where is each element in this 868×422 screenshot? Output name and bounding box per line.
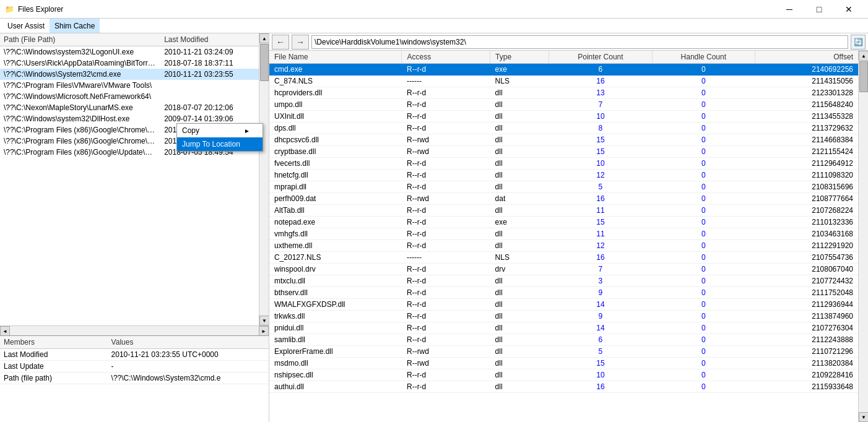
member-name-cell: Last Modified bbox=[0, 349, 108, 361]
right-table-row[interactable]: UXInit.dll R--r-d dll 10 0 2113455328 bbox=[269, 111, 858, 123]
left-cell-path: \??\C:\Nexon\MapleStory\LunarMS.exe bbox=[0, 102, 160, 113]
right-cell-type: dll bbox=[490, 322, 549, 334]
col-header-type[interactable]: Type bbox=[490, 51, 549, 64]
right-table-row[interactable]: nshipsec.dll R--r-d dll 10 0 2109228416 bbox=[269, 369, 858, 381]
right-table-row[interactable]: WMALFXGFXDSP.dll R--r-d dll 14 0 2112936… bbox=[269, 299, 858, 311]
close-button[interactable]: ✕ bbox=[835, 0, 863, 19]
left-table-row[interactable]: \??\C:\Windows\System32\cmd.exe 2010-11-… bbox=[0, 69, 259, 80]
right-table-row[interactable]: authui.dll R--r-d dll 16 0 2115933648 bbox=[269, 381, 858, 393]
right-cell-offset: 2110132336 bbox=[755, 217, 858, 228]
right-cell-pointer: 11 bbox=[549, 205, 652, 217]
right-vscroll[interactable]: ▲ ▼ bbox=[858, 51, 868, 422]
forward-button[interactable]: → bbox=[292, 35, 309, 50]
right-table-row[interactable]: fvecerts.dll R--r-d dll 10 0 2112964912 bbox=[269, 158, 858, 170]
col-header-access[interactable]: Access bbox=[402, 51, 490, 64]
left-cell-path: \??\C:\Windows\system32\LogonUI.exe bbox=[0, 46, 160, 58]
right-cell-handle: 0 bbox=[652, 381, 755, 393]
left-cell-path: \??\C:\Windows\Microsoft.Net\Framework64… bbox=[0, 91, 160, 102]
right-table-row[interactable]: uxtheme.dll R--r-d dll 12 0 2112291920 bbox=[269, 240, 858, 252]
refresh-button[interactable]: 🔄 bbox=[851, 35, 866, 50]
right-cell-handle: 0 bbox=[652, 64, 755, 75]
right-cell-type: NLS bbox=[490, 252, 549, 264]
right-cell-filename: mprapi.dll bbox=[269, 181, 402, 193]
col-header-path[interactable]: Path (File Path) bbox=[0, 33, 160, 46]
right-table-row[interactable]: dps.dll R--r-d dll 8 0 2113729632 bbox=[269, 123, 858, 134]
left-vscroll[interactable]: ▲ ▼ bbox=[259, 33, 269, 325]
right-table-row[interactable]: winspool.drv R--r-d drv 7 0 2108067040 bbox=[269, 264, 858, 275]
right-table-row[interactable]: pnidui.dll R--r-d dll 14 0 2107276304 bbox=[269, 322, 858, 334]
col-header-offset[interactable]: Offset bbox=[755, 51, 858, 64]
right-table-row[interactable]: bthserv.dll R--r-d dll 9 0 2111752048 bbox=[269, 287, 858, 299]
right-cell-access: R--rwd bbox=[402, 346, 490, 358]
right-table-row[interactable]: hcproviders.dll R--r-d dll 13 0 21233013… bbox=[269, 87, 858, 99]
col-header-handle[interactable]: Handle Count bbox=[652, 51, 755, 64]
right-cell-handle: 0 bbox=[652, 358, 755, 369]
right-cell-handle: 0 bbox=[652, 322, 755, 334]
right-table-row[interactable]: hnetcfg.dll R--r-d dll 12 0 2111098320 bbox=[269, 170, 858, 181]
right-table-row[interactable]: mprapi.dll R--r-d dll 5 0 2108315696 bbox=[269, 181, 858, 193]
right-table-row[interactable]: ExplorerFrame.dll R--rwd dll 5 0 2110721… bbox=[269, 346, 858, 358]
maximize-button[interactable]: □ bbox=[805, 0, 833, 19]
refresh-icon: 🔄 bbox=[854, 38, 863, 46]
right-cell-handle: 0 bbox=[652, 369, 755, 381]
right-table-row[interactable]: samlib.dll R--r-d dll 6 0 2112243888 bbox=[269, 334, 858, 346]
right-cell-type: dat bbox=[490, 193, 549, 205]
right-table-row[interactable]: dhcpcsvc6.dll R--rwd dll 15 0 2114668384 bbox=[269, 134, 858, 146]
right-table-row[interactable]: C_874.NLS ------ NLS 16 0 2114315056 bbox=[269, 75, 858, 87]
right-table-row[interactable]: C_20127.NLS ------ NLS 16 0 2107554736 bbox=[269, 252, 858, 264]
address-input[interactable] bbox=[311, 35, 848, 49]
vscroll-up-arrow[interactable]: ▲ bbox=[259, 33, 269, 43]
col-header-pointer[interactable]: Pointer Count bbox=[549, 51, 652, 64]
right-table-row[interactable]: mtxclu.dll R--r-d dll 3 0 2107724432 bbox=[269, 275, 858, 287]
left-table-container: Path (File Path) Last Modified \??\C:\Wi… bbox=[0, 33, 269, 325]
right-cell-type: dll bbox=[490, 334, 549, 346]
right-table-row[interactable]: perfh009.dat R--rwd dat 16 0 2108777664 bbox=[269, 193, 858, 205]
vscroll-down-arrow[interactable]: ▼ bbox=[259, 316, 269, 325]
right-cell-type: dll bbox=[490, 240, 549, 252]
right-cell-pointer: 12 bbox=[549, 170, 652, 181]
hscroll-right-arrow[interactable]: ► bbox=[259, 326, 269, 336]
left-table-row[interactable]: \??\C:\Nexon\MapleStory\LunarMS.exe 2018… bbox=[0, 102, 259, 113]
minimize-button[interactable]: ─ bbox=[775, 0, 804, 19]
menu-shim-cache[interactable]: Shim Cache bbox=[50, 19, 100, 33]
right-table-row[interactable]: msdmo.dll R--rwd dll 15 0 2113820384 bbox=[269, 358, 858, 369]
right-cell-filename: perfh009.dat bbox=[269, 193, 402, 205]
hscroll-track[interactable] bbox=[10, 326, 259, 335]
left-hscroll[interactable]: ◄ ► bbox=[0, 325, 269, 335]
right-table-row[interactable]: vmhgfs.dll R--r-d dll 11 0 2103463168 bbox=[269, 228, 858, 240]
right-cell-handle: 0 bbox=[652, 158, 755, 170]
right-vscroll-down[interactable]: ▼ bbox=[859, 412, 868, 422]
right-vscroll-up[interactable]: ▲ bbox=[859, 51, 868, 61]
back-button[interactable]: ← bbox=[272, 35, 289, 50]
right-table-row[interactable]: cryptbase.dll R--rwd dll 15 0 2121155424 bbox=[269, 146, 858, 158]
right-table-row[interactable]: notepad.exe R--r-d exe 15 0 2110132336 bbox=[269, 217, 858, 228]
context-menu-copy[interactable]: Copy ► bbox=[177, 124, 263, 137]
left-table-row[interactable]: \??\C:\Users\Rick\AppData\Roaming\BitTor… bbox=[0, 58, 259, 69]
left-table-row[interactable]: \??\C:\Program Files\VMware\VMware Tools… bbox=[0, 80, 259, 91]
right-cell-offset: 2112936944 bbox=[755, 299, 858, 311]
right-table-row[interactable]: AltTab.dll R--r-d dll 11 0 2107268224 bbox=[269, 205, 858, 217]
right-vscroll-thumb[interactable] bbox=[859, 61, 868, 92]
right-table-row[interactable]: umpo.dll R--r-d dll 7 0 2115648240 bbox=[269, 99, 858, 111]
right-cell-filename: authui.dll bbox=[269, 381, 402, 393]
menu-user-assist[interactable]: User Assist bbox=[2, 19, 50, 33]
col-header-filename[interactable]: File Name bbox=[269, 51, 402, 64]
context-menu-jump[interactable]: Jump To Location bbox=[177, 137, 263, 151]
col-header-modified[interactable]: Last Modified bbox=[160, 33, 259, 46]
right-table-row[interactable]: trkwks.dll R--r-d dll 9 0 2113874960 bbox=[269, 311, 858, 322]
left-cell-path: \??\C:\Users\Rick\AppData\Roaming\BitTor… bbox=[0, 58, 160, 69]
main-layout: Path (File Path) Last Modified \??\C:\Wi… bbox=[0, 33, 868, 422]
right-table-row[interactable]: cmd.exe R--r-d exe 6 0 2140692256 bbox=[269, 64, 858, 75]
right-cell-access: ------ bbox=[402, 252, 490, 264]
right-cell-type: dll bbox=[490, 111, 549, 123]
left-table-row[interactable]: \??\C:\Windows\Microsoft.Net\Framework64… bbox=[0, 91, 259, 102]
right-cell-handle: 0 bbox=[652, 334, 755, 346]
right-cell-offset: 2103463168 bbox=[755, 228, 858, 240]
hscroll-left-arrow[interactable]: ◄ bbox=[0, 326, 10, 336]
right-cell-pointer: 16 bbox=[549, 193, 652, 205]
left-table-row[interactable]: \??\C:\Windows\system32\LogonUI.exe 2010… bbox=[0, 46, 259, 58]
vscroll-thumb[interactable] bbox=[260, 44, 269, 81]
right-cell-type: dll bbox=[490, 99, 549, 111]
right-cell-access: R--r-d bbox=[402, 158, 490, 170]
right-cell-type: dll bbox=[490, 275, 549, 287]
